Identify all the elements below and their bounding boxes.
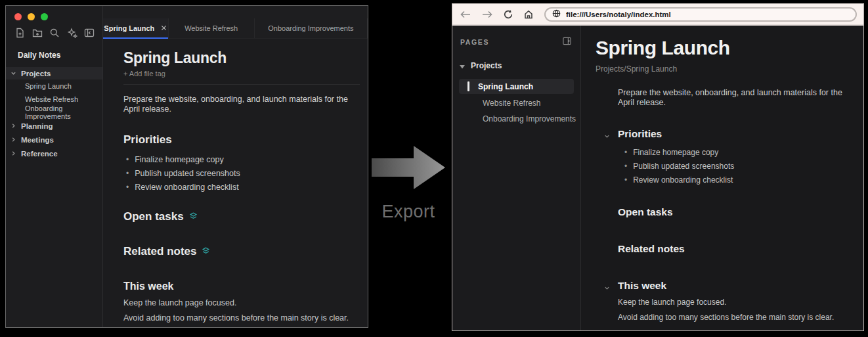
browser-toolbar: file:///Users/notaly/index.html	[452, 4, 863, 26]
notes-main-pane: Spring Launch Website Refresh Onboarding…	[103, 6, 368, 327]
page-intro: Prepare the website, onboarding, and lau…	[618, 88, 848, 108]
triangle-down-icon[interactable]	[460, 60, 465, 72]
pages-header: PAGES	[452, 26, 580, 48]
tree-folder-planning[interactable]: Planning	[6, 120, 102, 133]
active-tab-indicator	[103, 37, 168, 39]
pages-label: PAGES	[460, 38, 489, 46]
export-annotation: Export	[372, 145, 445, 222]
browser-home-button[interactable]	[524, 10, 533, 19]
layers-embed-icon[interactable]	[202, 245, 210, 258]
exported-page: PAGES Projects Spring Launch Website Ref…	[452, 26, 863, 330]
search-icon[interactable]	[49, 28, 60, 38]
list-item: Finalize homepage copy	[618, 145, 848, 159]
page-item-label: Spring Launch	[478, 82, 533, 91]
tree-folder-projects[interactable]: Projects	[6, 67, 102, 79]
notes-app-window: Daily Notes Projects Spring Launch Websi…	[5, 5, 368, 328]
priorities-list: Finalize homepage copy Publish updated s…	[618, 145, 848, 187]
tree-item-onboarding-improvements[interactable]: Onboarding Improvements	[6, 106, 102, 119]
related-notes-heading: Related notes	[123, 245, 355, 258]
tab-onboarding-improvements[interactable]: Onboarding Improvements	[255, 18, 368, 38]
close-window-button[interactable]	[14, 13, 22, 20]
url-text: file:///Users/notaly/index.html	[566, 11, 671, 18]
minimize-window-button[interactable]	[28, 13, 35, 20]
notes-sidebar: Daily Notes Projects Spring Launch Websi…	[6, 6, 103, 327]
tab-label: Onboarding Improvements	[268, 24, 353, 32]
layers-embed-icon[interactable]	[189, 210, 198, 223]
tree-folder-meetings[interactable]: Meetings	[6, 133, 102, 146]
page-item-onboarding-improvements[interactable]: Onboarding Improvements	[452, 112, 580, 125]
pages-group-projects[interactable]: Projects	[452, 60, 580, 72]
tab-website-refresh[interactable]: Website Refresh	[169, 18, 255, 38]
breadcrumb: Projects/Spring Launch	[596, 64, 848, 74]
heading-text: This week	[123, 281, 173, 292]
list-item: Review onboarding checklist	[618, 173, 848, 187]
export-arrow-icon	[372, 145, 445, 191]
page-title: Spring Launch	[596, 36, 848, 60]
pages-sidebar: PAGES Projects Spring Launch Website Ref…	[452, 26, 581, 330]
heading-text: Related notes	[123, 245, 196, 258]
this-week-line: Avoid adding too many sections before th…	[618, 313, 848, 322]
this-week-line: Keep the launch page focused.	[123, 298, 355, 307]
this-week-heading: This week	[123, 281, 355, 292]
browser-back-button[interactable]	[460, 11, 471, 18]
priorities-heading: Priorities	[618, 128, 848, 140]
tree-folder-label: Meetings	[21, 136, 54, 144]
browser-reload-button[interactable]	[504, 10, 513, 19]
window-titlebar	[6, 6, 102, 24]
chevron-right-icon[interactable]	[11, 122, 16, 130]
close-tab-icon[interactable]	[161, 24, 167, 32]
canvas: Daily Notes Projects Spring Launch Websi…	[0, 0, 868, 337]
sparkles-icon[interactable]	[67, 28, 77, 38]
add-file-tag-button[interactable]: + Add file tag	[123, 70, 360, 85]
open-tasks-heading: Open tasks	[123, 210, 355, 223]
tree-folder-label: Planning	[21, 122, 53, 130]
export-label: Export	[372, 202, 445, 222]
tree-item-spring-launch[interactable]: Spring Launch	[6, 79, 102, 93]
chevron-down-icon[interactable]	[11, 70, 16, 78]
priorities-list: Finalize homepage copy Publish updated s…	[123, 152, 355, 194]
tab-spring-launch[interactable]: Spring Launch	[103, 18, 169, 38]
group-label: Projects	[471, 61, 502, 70]
list-item: Publish updated screenshots	[618, 159, 848, 173]
address-bar[interactable]: file:///Users/notaly/index.html	[544, 7, 857, 22]
active-item-bar	[467, 81, 469, 91]
browser-forward-button[interactable]	[482, 11, 492, 18]
this-week-line: Avoid adding too many sections before th…	[123, 313, 355, 323]
globe-icon	[552, 9, 561, 20]
tab-label: Website Refresh	[184, 24, 238, 32]
note-title: Spring Launch	[123, 49, 355, 66]
related-notes-heading: Related notes	[618, 243, 848, 255]
heading-text: Priorities	[618, 128, 662, 139]
heading-text: Open tasks	[618, 206, 673, 217]
new-folder-icon[interactable]	[32, 28, 43, 38]
file-tree: Projects Spring Launch Website Refresh O…	[6, 67, 102, 160]
page-item-website-refresh[interactable]: Website Refresh	[452, 97, 580, 110]
maximize-window-button[interactable]	[41, 13, 48, 20]
collapse-chevron-icon[interactable]	[604, 130, 610, 142]
daily-notes-label[interactable]: Daily Notes	[6, 51, 102, 60]
chevron-right-icon[interactable]	[11, 136, 16, 144]
this-week-heading: This week	[618, 280, 848, 292]
note-editor[interactable]: Spring Launch + Add file tag Prepare the…	[103, 39, 368, 323]
page-content: Spring Launch Projects/Spring Launch Pre…	[581, 26, 863, 330]
panel-toggle-icon[interactable]	[563, 36, 571, 48]
list-item: Publish updated screenshots	[123, 166, 355, 180]
open-tasks-heading: Open tasks	[618, 206, 848, 218]
list-item: Finalize homepage copy	[123, 152, 355, 166]
tab-bar: Spring Launch Website Refresh Onboarding…	[103, 6, 368, 39]
tree-folder-label: Projects	[21, 70, 51, 78]
browser-window: file:///Users/notaly/index.html PAGES Pr…	[452, 3, 864, 331]
page-item-spring-launch[interactable]: Spring Launch	[459, 79, 574, 94]
page-document: Prepare the website, onboarding, and lau…	[618, 88, 848, 322]
collapse-chevron-icon[interactable]	[604, 282, 610, 294]
heading-text: Related notes	[618, 243, 685, 254]
note-intro: Prepare the website, onboarding, and lau…	[123, 95, 355, 114]
collapse-sidebar-icon[interactable]	[84, 28, 95, 38]
tab-label: Spring Launch	[104, 24, 154, 32]
tree-item-website-refresh[interactable]: Website Refresh	[6, 93, 102, 106]
new-note-icon[interactable]	[14, 28, 25, 38]
tree-folder-reference[interactable]: Reference	[6, 147, 102, 160]
chevron-right-icon[interactable]	[11, 150, 16, 158]
sidebar-toolbar	[6, 24, 102, 38]
heading-text: This week	[618, 280, 666, 291]
